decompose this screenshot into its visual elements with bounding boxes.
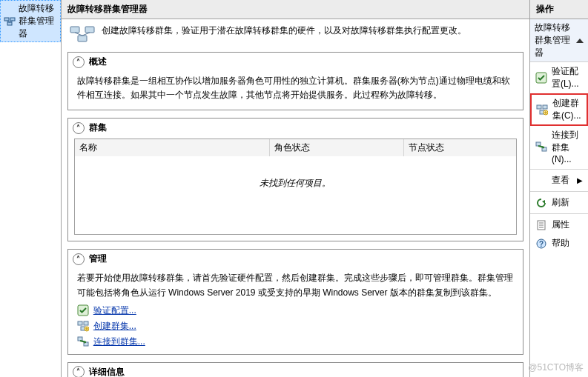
clusters-table: 名称 角色状态 节点状态 未找到任何项目。 bbox=[74, 139, 517, 235]
tree-pane: 故障转移群集管理器 bbox=[0, 0, 62, 377]
overview-title: 概述 bbox=[89, 56, 107, 68]
overview-body: 故障转移群集是一组相互协作以增加服务器角色可用性的独立计算机。群集服务器(称为节… bbox=[68, 71, 523, 105]
collapse-toggle-icon[interactable]: ˄ bbox=[73, 122, 85, 134]
connect-cluster-link[interactable]: 连接到群集... bbox=[93, 336, 145, 348]
action-help[interactable]: ? 帮助 bbox=[530, 234, 588, 253]
refresh-icon bbox=[535, 197, 547, 209]
collapse-toggle-icon[interactable]: ˄ bbox=[73, 366, 85, 377]
create-cluster-icon bbox=[77, 320, 89, 332]
help-icon: ? bbox=[535, 238, 547, 250]
cluster-intro-icon bbox=[69, 24, 96, 44]
svg-rect-15 bbox=[78, 337, 82, 341]
action-separator bbox=[530, 191, 588, 192]
action-view-label: 查看 bbox=[552, 174, 569, 187]
svg-rect-21 bbox=[543, 105, 547, 109]
management-title: 管理 bbox=[89, 253, 107, 265]
properties-icon bbox=[535, 219, 547, 231]
svg-text:?: ? bbox=[539, 240, 544, 248]
col-rolestate-header[interactable]: 角色状态 bbox=[270, 139, 403, 156]
validate-config-row: 验证配置... bbox=[68, 303, 523, 318]
svg-rect-0 bbox=[4, 18, 9, 21]
collapse-up-icon bbox=[576, 39, 584, 43]
svg-marker-27 bbox=[542, 200, 545, 204]
management-header: ˄ 管理 bbox=[68, 250, 523, 268]
action-create-label: 创建群集(C)... bbox=[552, 97, 582, 122]
main-scroll-area[interactable]: ˄ 概述 故障转移群集是一组相互协作以增加服务器角色可用性的独立计算机。群集服务… bbox=[62, 49, 529, 377]
svg-line-9 bbox=[82, 33, 90, 36]
clusters-section: ˄ 群集 名称 角色状态 节点状态 未找到任何项目。 bbox=[67, 118, 523, 241]
action-refresh-label: 刷新 bbox=[552, 196, 569, 209]
main-pane: 故障转移群集管理器 创建故障转移群集，验证用于潜在故障转移群集的硬件，以及对故障… bbox=[62, 0, 530, 377]
actions-pane: 操作 故障转移群集管理器 验证配置(L)... bbox=[530, 0, 588, 377]
intro-row: 创建故障转移群集，验证用于潜在故障转移群集的硬件，以及对故障转移群集执行配置更改… bbox=[62, 19, 529, 49]
svg-rect-24 bbox=[536, 142, 541, 146]
svg-rect-11 bbox=[78, 321, 82, 325]
svg-rect-20 bbox=[537, 105, 541, 109]
action-refresh[interactable]: 刷新 bbox=[530, 193, 588, 212]
actions-title: 操作 bbox=[530, 0, 588, 19]
actions-group-header[interactable]: 故障转移群集管理器 bbox=[530, 19, 588, 62]
collapse-toggle-icon[interactable]: ˄ bbox=[73, 56, 85, 68]
action-connect-cluster[interactable]: 连接到群集(N)... bbox=[530, 126, 588, 167]
moreinfo-title: 详细信息 bbox=[89, 366, 125, 377]
collapse-toggle-icon[interactable]: ˄ bbox=[73, 253, 85, 265]
action-separator bbox=[530, 213, 588, 214]
validate-config-icon bbox=[535, 72, 547, 84]
main-title: 故障转移群集管理器 bbox=[62, 0, 529, 19]
intro-text: 创建故障转移群集，验证用于潜在故障转移群集的硬件，以及对故障转移群集执行配置更改… bbox=[102, 24, 522, 37]
management-section: ˄ 管理 若要开始使用故障转移群集，请首先验证硬件配置，然后创建群集。完成这些步… bbox=[67, 249, 523, 354]
actions-group-label: 故障转移群集管理器 bbox=[535, 21, 576, 59]
action-create-cluster[interactable]: 创建群集(C)... bbox=[530, 93, 588, 126]
overview-section: ˄ 概述 故障转移群集是一组相互协作以增加服务器角色可用性的独立计算机。群集服务… bbox=[67, 52, 523, 110]
clusters-title: 群集 bbox=[89, 121, 107, 134]
moreinfo-header: ˄ 详细信息 bbox=[68, 363, 523, 377]
col-nodestate-header[interactable]: 节点状态 bbox=[404, 139, 516, 156]
clusters-header: ˄ 群集 bbox=[68, 119, 523, 137]
action-validate-config[interactable]: 验证配置(L)... bbox=[530, 62, 588, 93]
action-separator bbox=[530, 169, 588, 170]
connect-cluster-icon bbox=[535, 141, 547, 153]
action-properties[interactable]: 属性 bbox=[530, 216, 588, 234]
action-view[interactable]: 查看 ▶ bbox=[530, 171, 588, 190]
svg-rect-5 bbox=[70, 27, 79, 33]
create-cluster-link[interactable]: 创建群集... bbox=[93, 320, 136, 333]
action-validate-label: 验证配置(L)... bbox=[552, 65, 583, 90]
create-cluster-row: 创建群集... bbox=[68, 318, 523, 334]
svg-rect-2 bbox=[7, 22, 12, 25]
cluster-manager-icon bbox=[4, 16, 16, 27]
svg-rect-12 bbox=[84, 321, 88, 325]
svg-line-8 bbox=[75, 33, 82, 36]
moreinfo-section: ˄ 详细信息 Web 上的故障转移群集主题 bbox=[67, 362, 523, 377]
submenu-arrow-icon: ▶ bbox=[577, 176, 583, 184]
col-name-header[interactable]: 名称 bbox=[75, 139, 271, 156]
svg-rect-7 bbox=[78, 36, 87, 41]
tree-root-item[interactable]: 故障转移群集管理器 bbox=[0, 0, 61, 42]
action-connect-label: 连接到群集(N)... bbox=[552, 129, 583, 164]
action-properties-label: 属性 bbox=[552, 218, 569, 231]
clusters-empty-text: 未找到任何项目。 bbox=[75, 156, 516, 234]
create-cluster-icon bbox=[536, 104, 548, 116]
action-help-label: 帮助 bbox=[552, 237, 569, 250]
svg-rect-6 bbox=[85, 27, 94, 33]
connect-cluster-row: 连接到群集... bbox=[68, 334, 523, 350]
svg-rect-1 bbox=[10, 18, 15, 21]
connect-cluster-icon bbox=[77, 336, 89, 347]
management-body: 若要开始使用故障转移群集，请首先验证硬件配置，然后创建群集。完成这些步骤后，即可… bbox=[68, 268, 523, 302]
app-root: 故障转移群集管理器 故障转移群集管理器 创建故障转移群集，验证用于潜在故障转移群… bbox=[0, 0, 588, 377]
tree-root-label: 故障转移群集管理器 bbox=[19, 2, 57, 40]
validate-config-icon bbox=[77, 304, 89, 316]
validate-config-link[interactable]: 验证配置... bbox=[93, 304, 136, 317]
overview-header: ˄ 概述 bbox=[68, 53, 523, 71]
clusters-table-head: 名称 角色状态 节点状态 bbox=[75, 139, 516, 156]
